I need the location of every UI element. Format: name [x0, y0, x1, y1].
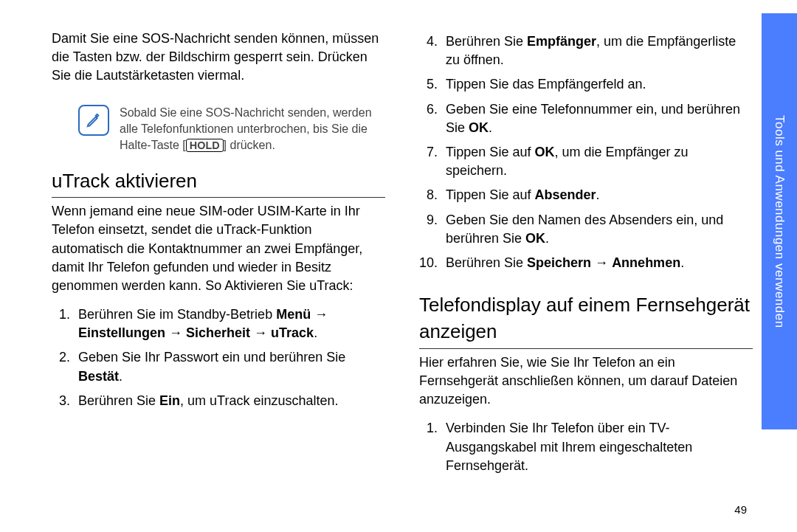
list-item: Berühren Sie Empfänger, um die Empfänger…	[441, 32, 753, 69]
tv-steps: Verbinden Sie Ihr Telefon über ein TV-Au…	[419, 419, 753, 481]
utrack-description: Wenn jemand eine neue SIM-oder USIM-Kart…	[52, 202, 385, 295]
utrack-steps: Berühren Sie im Standby-Betrieb Menü → E…	[52, 305, 385, 416]
list-item: Geben Sie Ihr Passwort ein und berühren …	[74, 348, 385, 385]
heading-utrack: uTrack aktivieren	[52, 167, 385, 198]
page-content: Damit Sie eine SOS-Nachricht senden könn…	[52, 30, 753, 510]
list-item: Geben Sie eine Telefonnummer ein, und be…	[441, 100, 753, 137]
side-tab: Tools und Anwendungen verwenden	[762, 0, 797, 532]
note-text: Sobald Sie eine SOS-Nachricht senden, we…	[120, 105, 385, 154]
utrack-steps-continued: Berühren Sie Empfänger, um die Empfänger…	[419, 32, 753, 278]
list-item: Tippen Sie auf Absender.	[441, 186, 753, 204]
side-tab-blue: Tools und Anwendungen verwenden	[762, 13, 797, 429]
note-block: Sobald Sie eine SOS-Nachricht senden, we…	[78, 105, 385, 154]
note-text-post: ] drücken.	[224, 139, 275, 151]
list-item: Verbinden Sie Ihr Telefon über ein TV-Au…	[441, 419, 753, 475]
sos-intro-paragraph: Damit Sie eine SOS-Nachricht senden könn…	[52, 30, 385, 86]
list-item: Berühren Sie Speichern → Annehmen.	[441, 254, 753, 272]
list-item: Berühren Sie Ein, um uTrack einzuschalte…	[74, 392, 385, 410]
side-tab-label: Tools und Anwendungen verwenden	[770, 115, 788, 328]
left-column: Damit Sie eine SOS-Nachricht senden könn…	[52, 30, 385, 510]
page-number: 49	[734, 502, 747, 517]
heading-tv: Telefondisplay auf einem Fernsehgerät an…	[419, 291, 753, 349]
list-item: Tippen Sie auf OK, um die Empfänger zu s…	[441, 143, 753, 180]
list-item: Berühren Sie im Standby-Betrieb Menü → E…	[74, 305, 385, 342]
right-column: Berühren Sie Empfänger, um die Empfänger…	[419, 30, 753, 510]
tv-description: Hier erfahren Sie, wie Sie Ihr Telefon a…	[419, 353, 753, 410]
list-item: Tippen Sie das Empfängerfeld an.	[441, 75, 753, 94]
pencil-icon	[78, 105, 109, 136]
list-item: Geben Sie den Namen des Absenders ein, u…	[441, 211, 753, 248]
hold-key: HOLD	[186, 139, 224, 152]
